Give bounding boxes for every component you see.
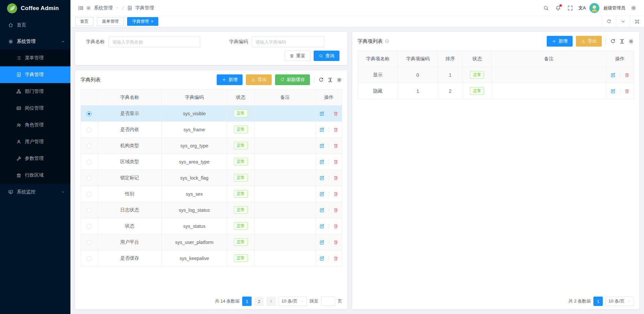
username[interactable]: 超级管理员	[603, 5, 625, 11]
row-radio[interactable]	[87, 256, 92, 261]
collapse-menu-icon[interactable]	[76, 3, 86, 13]
page-size-select[interactable]: 10 条/页	[278, 297, 307, 306]
row-radio[interactable]	[87, 240, 92, 245]
trash-icon[interactable]	[333, 127, 338, 132]
trash-icon[interactable]	[333, 224, 338, 229]
page-size-select[interactable]: 10 条/页	[605, 297, 634, 306]
add-button[interactable]: 新增	[217, 74, 243, 85]
avatar[interactable]	[589, 3, 599, 13]
divider	[329, 224, 329, 229]
export-button[interactable]: 导出	[576, 36, 602, 47]
row-radio[interactable]	[87, 176, 92, 181]
table-row[interactable]: 是否显示 sys_visible 正常	[81, 106, 342, 122]
trash-icon[interactable]	[624, 72, 630, 78]
table-row[interactable]: 状态 sys_status 正常	[81, 218, 342, 234]
row-radio[interactable]	[87, 111, 92, 116]
table-row[interactable]: 区域类型 sys_area_type 正常	[81, 154, 342, 170]
row-radio[interactable]	[87, 192, 92, 197]
table-row[interactable]: 用户平台 sys_user_platform 正常	[81, 234, 342, 250]
trash-icon[interactable]	[333, 191, 338, 197]
chevron-down-icon[interactable]	[616, 16, 630, 27]
trash-icon[interactable]	[333, 240, 338, 245]
fullscreen-icon[interactable]	[565, 3, 575, 13]
column-settings-gear-icon[interactable]	[336, 77, 342, 83]
edit-icon[interactable]	[319, 191, 325, 197]
tab-dict-management[interactable]: 字典管理 ×	[127, 17, 158, 26]
sidebar-item-system-monitor[interactable]: 系统监控	[0, 184, 70, 200]
row-radio[interactable]	[87, 127, 92, 132]
tab-home[interactable]: 首页	[75, 17, 94, 26]
trash-icon[interactable]	[333, 143, 338, 148]
trash-icon[interactable]	[333, 159, 338, 165]
trash-icon[interactable]	[333, 175, 338, 181]
edit-icon[interactable]	[319, 127, 325, 132]
sidebar-item-user-management[interactable]: 用户管理	[0, 133, 70, 150]
search-button[interactable]: 查询	[314, 51, 339, 61]
next-page-chevron-icon[interactable]	[266, 297, 276, 306]
close-icon[interactable]: ×	[151, 19, 153, 23]
edit-icon[interactable]	[319, 159, 325, 165]
tab-menu-management[interactable]: 菜单管理	[97, 17, 124, 26]
translate-icon[interactable]: 文A	[577, 3, 587, 13]
table-row[interactable]: 日志状态 sys_log_status 正常	[81, 202, 342, 218]
trash-icon[interactable]	[333, 207, 338, 213]
edit-icon[interactable]	[319, 143, 325, 148]
info-icon[interactable]	[385, 39, 389, 44]
page-1[interactable]: 1	[242, 297, 252, 306]
edit-icon[interactable]	[319, 111, 325, 116]
row-radio[interactable]	[87, 224, 92, 229]
add-button[interactable]: 新增	[547, 36, 573, 47]
row-radio[interactable]	[87, 208, 92, 213]
table-row[interactable]: 机构类型 sys_org_type 正常	[81, 138, 342, 154]
notification-bell-icon[interactable]	[553, 3, 563, 13]
edit-icon[interactable]	[319, 224, 325, 229]
sidebar-item-role-management[interactable]: 角色管理	[0, 117, 70, 133]
edit-icon[interactable]	[610, 88, 616, 94]
edit-icon[interactable]	[610, 72, 616, 78]
breadcrumb-section[interactable]: 系统管理	[94, 5, 113, 11]
trash-icon[interactable]	[333, 256, 338, 261]
refresh-cache-button[interactable]: 刷新缓存	[275, 74, 310, 85]
column-settings-gear-icon[interactable]	[628, 39, 634, 44]
sidebar-item-home[interactable]: 首页	[0, 17, 70, 33]
sidebar-item-post-management[interactable]: 岗位管理	[0, 100, 70, 117]
trash-icon[interactable]	[624, 88, 630, 94]
line-height-icon[interactable]	[327, 77, 333, 83]
edit-icon[interactable]	[319, 240, 325, 245]
sidebar-item-dept-management[interactable]: 部门管理	[0, 83, 70, 100]
trash-icon[interactable]	[333, 111, 338, 116]
line-height-icon[interactable]	[619, 39, 625, 44]
dict-name-input[interactable]	[109, 37, 200, 47]
maximize-icon[interactable]	[630, 16, 644, 27]
table-row[interactable]: 是否缓存 sys_keepalive 正常	[81, 250, 342, 266]
reset-button[interactable]: 重置	[284, 51, 310, 61]
sidebar-item-menu-management[interactable]: 菜单管理	[0, 50, 70, 66]
table-row[interactable]: 性别 sys_sex 正常	[81, 186, 342, 202]
dict-code-input[interactable]	[252, 37, 324, 47]
page-1[interactable]: 1	[593, 297, 603, 306]
sidebar-item-admin-region[interactable]: 行政区域	[0, 167, 70, 184]
export-button[interactable]: 导出	[246, 74, 272, 85]
settings-gear-icon[interactable]	[629, 3, 639, 13]
divider	[329, 256, 329, 261]
table-row[interactable]: 是否内嵌 sys_frame 正常	[81, 122, 342, 138]
sidebar-item-param-management[interactable]: 参数管理	[0, 150, 70, 167]
row-radio[interactable]	[87, 160, 92, 165]
logo[interactable]: Coffee Admin	[0, 0, 70, 17]
dict-icon	[16, 72, 21, 77]
page-2[interactable]: 2	[254, 297, 264, 306]
edit-icon[interactable]	[319, 207, 325, 213]
refresh-icon[interactable]	[610, 39, 616, 44]
item-name-cell: 显示	[358, 67, 398, 83]
refresh-icon[interactable]	[602, 16, 616, 27]
edit-icon[interactable]	[319, 256, 325, 261]
dict-item-panel: 字典项列表 新增 导出	[352, 32, 639, 309]
sidebar-item-system-management[interactable]: 系统管理	[0, 33, 70, 50]
jump-page-input[interactable]	[321, 297, 335, 306]
refresh-icon[interactable]	[318, 77, 324, 83]
sidebar-item-dict-management[interactable]: 字典管理	[0, 66, 70, 83]
row-radio[interactable]	[87, 143, 92, 148]
edit-icon[interactable]	[319, 175, 325, 181]
table-row[interactable]: 锁定标记 sys_lock_flag 正常	[81, 170, 342, 186]
search-icon[interactable]	[541, 3, 551, 13]
